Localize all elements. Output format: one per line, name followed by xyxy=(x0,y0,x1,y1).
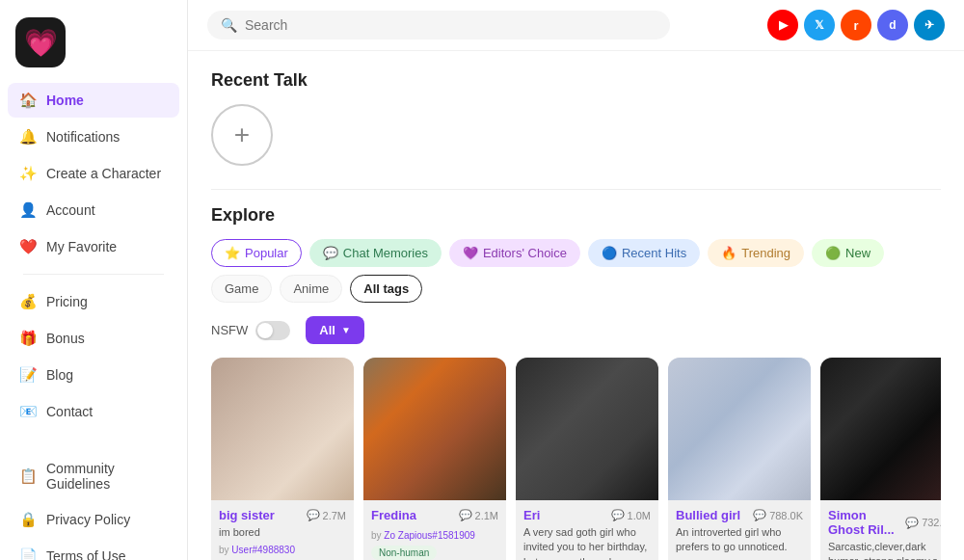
sidebar-item-pricing[interactable]: 💰 Pricing xyxy=(8,284,179,319)
filter-editors-choice[interactable]: 💜 Editors' Choice xyxy=(449,239,580,267)
nsfw-row: NSFW All ▼ xyxy=(211,316,941,344)
card-name: Simon Ghost Ril... xyxy=(828,508,905,537)
sidebar-item-home-label: Home xyxy=(46,93,84,108)
community-icon: 📋 xyxy=(19,467,37,485)
sidebar-bottom: 📋 Community Guidelines 🔒 Privacy Policy … xyxy=(0,448,187,560)
sidebar-item-community[interactable]: 📋 Community Guidelines xyxy=(8,452,179,500)
card-image-big-sister xyxy=(211,358,354,500)
pricing-icon: 💰 xyxy=(19,293,37,310)
card-image-fredina xyxy=(363,358,506,500)
character-card-simon-ghost[interactable]: Simon Ghost Ril... 💬732.5K Sarcastic,cle… xyxy=(820,358,941,560)
new-icon: 🟢 xyxy=(825,246,841,260)
account-icon: 👤 xyxy=(19,201,37,219)
twitter-button[interactable]: 𝕏 xyxy=(804,10,835,40)
character-card-fredina[interactable]: Fredina 💬2.1M by Zo Zapious#1581909 Non-… xyxy=(363,358,506,560)
recent-talk-items: + xyxy=(211,104,941,166)
card-name: Fredina xyxy=(371,508,416,522)
sidebar-item-create-character[interactable]: ✨ Create a Character xyxy=(8,156,179,191)
card-info-fredina: Fredina 💬2.1M by Zo Zapious#1581909 Non-… xyxy=(363,500,506,560)
sidebar-item-home[interactable]: 🏠 Home xyxy=(8,83,179,118)
tag-nonhuman: Non-human xyxy=(371,546,437,560)
sidebar-item-notifications[interactable]: 🔔 Notifications xyxy=(8,120,179,154)
sidebar-item-privacy-label: Privacy Policy xyxy=(46,512,130,527)
discord-button[interactable]: d xyxy=(877,10,908,40)
telegram-button[interactable]: ✈ xyxy=(914,10,945,40)
sidebar-item-blog-label: Blog xyxy=(46,367,73,383)
blog-icon: 📝 xyxy=(19,366,37,384)
sidebar-item-privacy[interactable]: 🔒 Privacy Policy xyxy=(8,502,179,537)
sidebar-item-blog[interactable]: 📝 Blog xyxy=(8,358,179,392)
sidebar-item-contact[interactable]: 📧 Contact xyxy=(8,394,179,429)
sidebar-item-contact-label: Contact xyxy=(46,404,93,419)
nsfw-toggle[interactable] xyxy=(255,321,290,340)
search-input[interactable] xyxy=(245,17,656,33)
explore-divider xyxy=(211,189,941,190)
home-icon: 🏠 xyxy=(19,92,37,109)
search-icon: 🔍 xyxy=(221,17,237,33)
youtube-button[interactable]: ▶ xyxy=(767,10,798,40)
app-logo: 💗 xyxy=(15,17,66,67)
sidebar-item-notifications-label: Notifications xyxy=(46,129,120,145)
character-card-eri[interactable]: Eri 💬1.0M A very sad goth girl who invit… xyxy=(516,358,658,560)
card-count: 💬732.5K xyxy=(905,517,941,529)
nsfw-label: NSFW xyxy=(211,323,248,337)
explore-title: Explore xyxy=(211,205,941,226)
filter-recent-hits[interactable]: 🔵 Recent Hits xyxy=(588,239,700,267)
notifications-icon: 🔔 xyxy=(19,128,37,146)
all-dropdown-label: All xyxy=(319,323,335,337)
card-count: 💬2.7M xyxy=(307,509,346,521)
recent-hits-icon: 🔵 xyxy=(602,246,617,260)
filter-recent-hits-label: Recent Hits xyxy=(622,246,686,260)
filter-new-label: New xyxy=(845,246,870,260)
chat-icon: 💬 xyxy=(611,509,625,521)
card-name: big sister xyxy=(219,508,275,522)
sidebar-nav: 🏠 Home 🔔 Notifications ✨ Create a Charac… xyxy=(0,79,187,433)
add-talk-button[interactable]: + xyxy=(211,104,273,166)
sidebar-item-bonus[interactable]: 🎁 Bonus xyxy=(8,321,179,356)
character-card-bullied-girl[interactable]: Bullied girl 💬788.0K An introverted girl… xyxy=(668,358,811,560)
topbar: 🔍 ▶ 𝕏 r d ✈ xyxy=(188,0,964,51)
filter-game[interactable]: Game xyxy=(211,275,272,303)
explore-section: Explore ⭐ Popular 💬 Chat Memories 💜 Edit… xyxy=(211,205,941,560)
card-author: by Zo Zapious#1581909 xyxy=(371,530,498,541)
search-box[interactable]: 🔍 xyxy=(207,11,670,40)
author-link[interactable]: User#4988830 xyxy=(231,545,295,555)
privacy-icon: 🔒 xyxy=(19,511,37,528)
chat-icon: 💬 xyxy=(753,509,766,521)
reddit-button[interactable]: r xyxy=(841,10,871,40)
filter-popular[interactable]: ⭐ Popular xyxy=(211,239,302,267)
chat-icon: 💬 xyxy=(459,509,472,521)
filter-anime-label: Anime xyxy=(293,281,329,296)
cards-row-1: big sister 💬2.7M im bored by User#498883… xyxy=(211,358,941,560)
contact-icon: 📧 xyxy=(19,403,37,420)
sidebar-item-account-label: Account xyxy=(46,202,95,218)
filter-anime[interactable]: Anime xyxy=(280,275,342,303)
sidebar-item-terms[interactable]: 📄 Terms of Use xyxy=(8,539,179,560)
sidebar-item-account[interactable]: 👤 Account xyxy=(8,193,179,227)
sidebar-item-my-favorite[interactable]: ❤️ My Favorite xyxy=(8,229,179,264)
filter-new[interactable]: 🟢 New xyxy=(812,239,884,267)
sidebar-item-bonus-label: Bonus xyxy=(46,331,85,346)
card-count: 💬1.0M xyxy=(611,509,651,521)
editors-icon: 💜 xyxy=(463,246,478,260)
card-desc: Sarcastic,clever,dark humor, strong,gloo… xyxy=(828,540,941,560)
character-card-big-sister[interactable]: big sister 💬2.7M im bored by User#498883… xyxy=(211,358,354,560)
filter-all-tags[interactable]: All tags xyxy=(350,275,422,303)
card-header: Eri 💬1.0M xyxy=(523,508,651,522)
plus-icon: + xyxy=(234,120,250,150)
card-header: Fredina 💬2.1M xyxy=(371,508,498,522)
chat-memories-icon: 💬 xyxy=(323,246,338,260)
main-content: 🔍 ▶ 𝕏 r d ✈ Recent Talk + Explore xyxy=(188,0,964,560)
filter-chat-memories[interactable]: 💬 Chat Memories xyxy=(309,239,442,267)
sidebar: 💗 🏠 Home 🔔 Notifications ✨ Create a Char… xyxy=(0,0,188,560)
favorite-icon: ❤️ xyxy=(19,238,37,255)
chat-icon: 💬 xyxy=(307,509,320,521)
author-link[interactable]: Zo Zapious#1581909 xyxy=(384,530,475,541)
filter-game-label: Game xyxy=(225,281,258,296)
recent-talk-section: Recent Talk + xyxy=(211,70,941,166)
trending-icon: 🔥 xyxy=(721,246,736,260)
card-tags: Non-human xyxy=(371,546,498,560)
filter-trending[interactable]: 🔥 Trending xyxy=(708,239,804,267)
card-desc: An introverted girl who prefers to go un… xyxy=(676,525,803,555)
all-dropdown[interactable]: All ▼ xyxy=(306,316,364,344)
